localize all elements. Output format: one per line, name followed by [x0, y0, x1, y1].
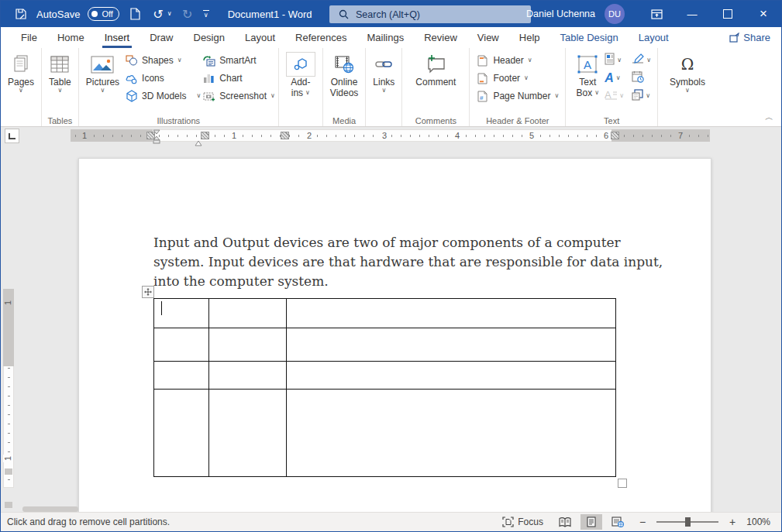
maximize-button[interactable] — [710, 1, 746, 27]
zoom-in-button[interactable]: + — [729, 517, 735, 527]
tab-draw[interactable]: Draw — [140, 27, 183, 48]
text-box-button[interactable]: A Text Box∨ — [572, 50, 603, 100]
table-row-marker[interactable] — [5, 469, 12, 475]
table-column-marker[interactable] — [611, 132, 619, 139]
tab-insert[interactable]: Insert — [95, 27, 140, 48]
pages-button[interactable]: Pages ∨ — [4, 50, 38, 95]
links-button[interactable]: Links ∨ — [369, 50, 398, 95]
vertical-ruler[interactable]: 1 1 2 3 — [3, 289, 14, 488]
addins-button[interactable]: Add- ins∨ — [282, 50, 319, 100]
screenshot-button[interactable]: Screenshot ∨ — [202, 88, 275, 105]
avatar[interactable]: DU — [605, 4, 625, 24]
share-button[interactable]: Share — [729, 27, 770, 48]
tab-home[interactable]: Home — [47, 27, 95, 48]
zoom-slider[interactable] — [656, 521, 718, 523]
table-resize-handle[interactable] — [618, 479, 627, 488]
table-cell[interactable] — [209, 362, 287, 390]
table-cell[interactable] — [287, 362, 616, 390]
table-button[interactable]: Table ∨ — [45, 50, 75, 95]
pictures-button[interactable]: Pictures ∨ — [82, 50, 123, 95]
word-window: AutoSave Off ↺ ∨ ↻ ∨ Document1 - Word — [0, 0, 782, 532]
zoom-out-button[interactable]: − — [639, 517, 646, 527]
ribbon-display-options-icon[interactable] — [639, 1, 674, 27]
save-icon[interactable] — [13, 6, 29, 22]
header-button[interactable]: Header ∨ — [476, 52, 559, 69]
table-move-handle[interactable] — [142, 286, 154, 298]
horizontal-scrollbar-thumb[interactable] — [22, 506, 78, 512]
autosave-state: Off — [102, 9, 112, 19]
table-cell[interactable] — [154, 362, 209, 390]
table-column-marker[interactable] — [281, 132, 289, 139]
3d-models-button[interactable]: 3D Models ∨ — [125, 88, 201, 105]
shapes-button[interactable]: Shapes ∨ — [125, 52, 201, 69]
tab-help[interactable]: Help — [509, 27, 550, 48]
quick-parts-icon — [605, 53, 615, 68]
horizontal-ruler[interactable]: 1 1 2 3 4 5 6 7 — [71, 129, 710, 142]
table-cell[interactable] — [154, 328, 209, 362]
wordart-button[interactable]: A ∨ — [605, 70, 624, 86]
user-name[interactable]: Daniel Uchenna — [526, 9, 595, 19]
redo-icon[interactable]: ↻ — [180, 6, 195, 22]
undo-chevron-icon[interactable]: ∨ — [167, 11, 172, 17]
table-cell[interactable] — [209, 390, 287, 477]
date-time-button[interactable] — [632, 70, 651, 86]
table-icon — [50, 52, 70, 77]
maximize-icon — [723, 9, 732, 19]
focus-button[interactable]: Focus — [502, 517, 543, 527]
collapse-ribbon-icon[interactable]: ︿ — [765, 112, 773, 123]
zoom-slider-thumb[interactable] — [685, 517, 691, 527]
tab-layout[interactable]: Layout — [235, 27, 285, 48]
zoom-level[interactable]: 100% — [746, 517, 770, 527]
wordart-icon: A — [605, 72, 614, 84]
chevron-down-icon: ∨ — [196, 93, 201, 99]
footer-button[interactable]: Footer ∨ — [476, 70, 559, 87]
undo-icon[interactable]: ↺ — [150, 6, 166, 22]
tab-mailings[interactable]: Mailings — [357, 27, 415, 48]
smartart-icon — [202, 55, 215, 67]
read-mode-button[interactable] — [554, 514, 576, 530]
tab-design[interactable]: Design — [184, 27, 235, 48]
tab-selector-button[interactable] — [5, 129, 19, 143]
print-layout-button[interactable] — [580, 514, 602, 530]
icons-button[interactable]: Icons — [125, 70, 201, 87]
signature-line-button[interactable]: ∨ — [632, 53, 651, 68]
ruler-number: 1 — [229, 131, 239, 141]
online-videos-button[interactable]: Online Videos — [326, 50, 362, 100]
comment-icon — [424, 52, 447, 77]
table-cell[interactable] — [209, 328, 287, 362]
object-button[interactable]: ∨ — [632, 88, 651, 104]
drop-cap-button[interactable]: A ∨ — [605, 88, 624, 104]
table-cell[interactable] — [287, 328, 616, 362]
table-row — [154, 390, 616, 477]
autosave-toggle[interactable]: Off — [88, 7, 119, 21]
tab-table-design[interactable]: Table Design — [550, 27, 629, 48]
paragraph-text[interactable]: Input and Output devices are two of majo… — [153, 233, 663, 291]
comment-button[interactable]: Comment — [412, 50, 460, 89]
quick-access-toolbar-more-icon[interactable]: ∨ — [203, 10, 209, 19]
new-document-icon[interactable] — [127, 6, 143, 22]
quick-parts-button[interactable]: ∨ — [605, 53, 624, 68]
ribbon-group-links: Links ∨ — [366, 48, 402, 126]
symbols-button[interactable]: Ω Symbols ∨ — [666, 50, 709, 95]
pages-icon — [13, 52, 29, 77]
table-row-marker[interactable] — [5, 502, 12, 508]
chart-button[interactable]: Chart — [202, 70, 275, 87]
table-cell[interactable] — [209, 299, 287, 328]
tab-view[interactable]: View — [467, 27, 509, 48]
ruler-number: 6 — [601, 131, 611, 141]
table-cell[interactable] — [287, 299, 616, 328]
web-layout-button[interactable] — [607, 514, 629, 530]
tab-review[interactable]: Review — [414, 27, 467, 48]
tab-file[interactable]: File — [11, 27, 47, 48]
smartart-button[interactable]: SmartArt — [202, 52, 275, 69]
table-cell[interactable] — [287, 390, 616, 477]
page-number-button[interactable]: # Page Number ∨ — [476, 88, 559, 105]
tab-references[interactable]: References — [285, 27, 357, 48]
page[interactable]: Input and Output devices are two of majo… — [78, 158, 711, 513]
search-input[interactable]: Search (Alt+Q) — [329, 5, 531, 23]
table-cell[interactable] — [154, 299, 209, 328]
table-cell[interactable] — [154, 390, 209, 477]
close-button[interactable]: × — [746, 1, 781, 27]
tab-table-layout[interactable]: Layout — [629, 27, 679, 48]
minimize-button[interactable]: — — [674, 1, 710, 27]
